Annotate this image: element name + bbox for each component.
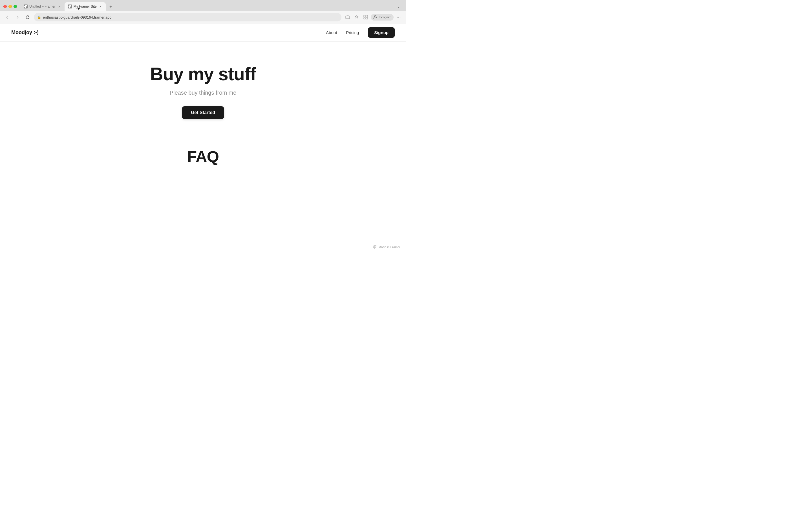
framer-badge-text: Made in Framer	[378, 245, 400, 249]
browser-chrome: Untitled – Framer ✕ My Framer Site ✕ + ⌄	[0, 0, 406, 24]
hero-title: Buy my stuff	[150, 64, 256, 84]
minimize-window-button[interactable]	[8, 5, 12, 8]
svg-rect-1	[366, 15, 368, 17]
website-content: Moodjoy :-) About Pricing Signup Buy my …	[0, 24, 406, 253]
forward-button[interactable]	[13, 13, 21, 21]
framer-badge: Made in Framer	[373, 245, 400, 249]
site-nav-links: About Pricing Signup	[326, 27, 395, 38]
tab-title-1: Untitled – Framer	[29, 4, 56, 8]
more-options-button[interactable]	[395, 13, 403, 21]
faq-section: FAQ	[0, 136, 406, 166]
extensions-icon[interactable]	[362, 13, 370, 21]
url-text: enthusiastic-guardrails-093164.framer.ap…	[43, 15, 338, 19]
tab-my-framer-site[interactable]: My Framer Site ✕	[64, 2, 106, 11]
traffic-lights	[3, 5, 17, 8]
svg-rect-0	[364, 15, 365, 17]
tab-untitled-framer[interactable]: Untitled – Framer ✕	[20, 2, 64, 11]
tab-list-button[interactable]: ⌄	[395, 3, 403, 10]
browser-actions: Incognito	[344, 13, 403, 21]
hero-cta-button[interactable]: Get Started	[182, 106, 224, 119]
svg-point-7	[400, 17, 400, 17]
faq-title: FAQ	[187, 147, 219, 166]
site-logo: Moodjoy :-)	[11, 30, 39, 36]
maximize-window-button[interactable]	[13, 5, 17, 8]
tab-close-1[interactable]: ✕	[57, 4, 61, 8]
url-bar[interactable]: 🔒 enthusiastic-guardrails-093164.framer.…	[34, 13, 342, 21]
framer-logo-icon	[373, 245, 377, 249]
title-bar: Untitled – Framer ✕ My Framer Site ✕ + ⌄	[0, 0, 406, 11]
tabs-container: Untitled – Framer ✕ My Framer Site ✕ +	[20, 2, 395, 11]
tab-favicon-2	[68, 4, 72, 8]
nav-link-pricing[interactable]: Pricing	[346, 30, 359, 35]
signup-button[interactable]: Signup	[368, 27, 395, 38]
incognito-badge[interactable]: Incognito	[371, 14, 394, 20]
bookmark-icon[interactable]	[353, 13, 361, 21]
lock-icon: 🔒	[37, 15, 41, 19]
screen-share-icon[interactable]	[344, 13, 352, 21]
back-button[interactable]	[3, 13, 11, 21]
tab-favicon-1	[24, 4, 28, 8]
incognito-icon	[373, 15, 377, 20]
close-window-button[interactable]	[3, 5, 7, 8]
hero-subtitle: Please buy things from me	[170, 90, 237, 96]
reload-button[interactable]	[24, 13, 32, 21]
tab-title-2: My Framer Site	[73, 4, 97, 8]
svg-point-6	[398, 17, 399, 17]
svg-rect-3	[366, 17, 368, 19]
tab-close-2[interactable]: ✕	[98, 4, 102, 8]
incognito-label: Incognito	[378, 15, 391, 19]
hero-section: Buy my stuff Please buy things from me G…	[0, 42, 406, 136]
new-tab-button[interactable]: +	[107, 3, 115, 11]
svg-point-5	[397, 17, 398, 17]
svg-rect-2	[364, 17, 365, 19]
address-bar: 🔒 enthusiastic-guardrails-093164.framer.…	[0, 11, 406, 24]
site-navigation: Moodjoy :-) About Pricing Signup	[0, 24, 406, 42]
nav-link-about[interactable]: About	[326, 30, 337, 35]
